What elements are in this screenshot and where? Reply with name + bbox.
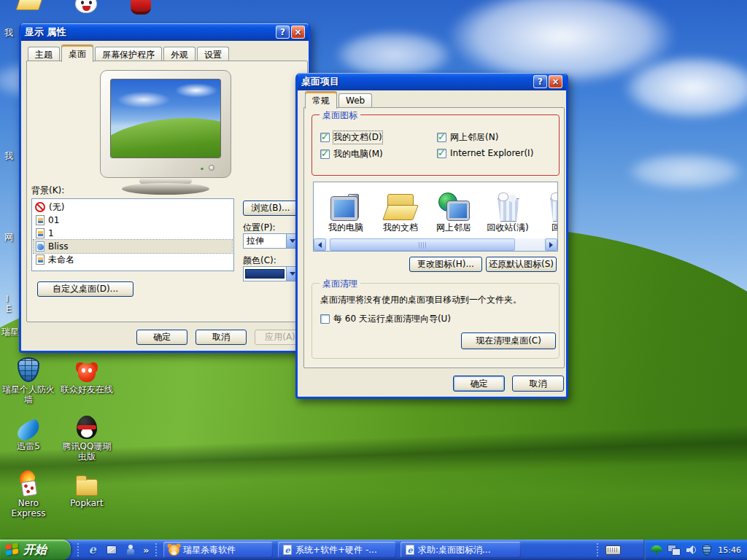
taskbar-button-rising-antivirus[interactable]: 瑞星杀毒软件 bbox=[163, 542, 273, 558]
ok-button[interactable]: 确定 bbox=[453, 376, 505, 392]
tab-desktop[interactable]: 桌面 bbox=[61, 44, 93, 62]
desktop-icon-partial-rabbit[interactable] bbox=[75, 0, 97, 13]
checkbox-icon[interactable] bbox=[320, 149, 330, 159]
checkbox-icon[interactable] bbox=[437, 133, 446, 142]
tab-screensaver[interactable]: 屏幕保护程序 bbox=[95, 47, 162, 61]
desktop-icon-rising-firewall[interactable]: 瑞星个人防火墙 bbox=[0, 353, 57, 405]
partial-icon-label[interactable]: 我 bbox=[4, 150, 13, 163]
position-combobox[interactable]: 拉伸 bbox=[243, 233, 298, 249]
cancel-button[interactable]: 取消 bbox=[196, 330, 247, 345]
checkbox-label: 每 60 天运行桌面清理向导(U) bbox=[333, 313, 451, 325]
strip-icon-network-places[interactable]: 网上邻居 bbox=[427, 187, 480, 234]
desktop-icon-partial-folder[interactable] bbox=[18, 0, 41, 10]
desktop-icon-thunder[interactable]: 迅雷5 bbox=[0, 410, 57, 451]
partial-icon-label[interactable]: I bbox=[6, 294, 9, 304]
list-item-label: 未命名 bbox=[48, 254, 74, 266]
restore-default-button[interactable]: 还原默认图标(S) bbox=[486, 257, 557, 272]
help-button[interactable]: ? bbox=[533, 75, 547, 88]
checkbox-row-cleanup-wizard[interactable]: 每 60 天运行桌面清理向导(U) bbox=[320, 313, 451, 325]
checkbox-icon[interactable] bbox=[320, 314, 330, 324]
messenger-icon[interactable] bbox=[124, 544, 136, 556]
color-combobox[interactable] bbox=[243, 266, 298, 281]
cancel-button[interactable]: 取消 bbox=[512, 376, 564, 392]
strip-icon-my-computer[interactable]: 我的电脑 bbox=[320, 187, 372, 234]
system-tray: 15:46 bbox=[643, 540, 747, 560]
ok-button[interactable]: 确定 bbox=[136, 330, 187, 345]
customize-desktop-button[interactable]: 自定义桌面(D)... bbox=[37, 281, 133, 297]
desktop-icon-partial-character[interactable] bbox=[131, 0, 151, 15]
list-item-selected[interactable]: Bliss bbox=[34, 240, 232, 253]
tab-appearance[interactable]: 外观 bbox=[163, 47, 196, 61]
tab-settings[interactable]: 设置 bbox=[197, 47, 229, 61]
desktop-icon-popkart[interactable]: Popkart bbox=[58, 467, 115, 508]
tab-web[interactable]: Web bbox=[338, 93, 372, 108]
rising-lion-icon bbox=[169, 545, 179, 556]
quick-launch-overflow-chevron[interactable]: » bbox=[143, 545, 149, 556]
input-method-keyboard-icon[interactable] bbox=[605, 545, 621, 555]
scroll-right-button[interactable] bbox=[545, 238, 557, 251]
list-item[interactable]: (无) bbox=[34, 201, 232, 214]
none-symbol-icon bbox=[35, 202, 45, 212]
desktop-items-dialog: 桌面项目 ? × 常规 Web 桌面图标 我的文档(D) 我的电脑(M) 网上邻… bbox=[295, 73, 568, 399]
volume-icon[interactable] bbox=[686, 544, 697, 556]
desktop-items-titlebar[interactable]: 桌面项目 ? × bbox=[298, 73, 566, 90]
checkbox-label: 我的文档(D) bbox=[333, 131, 382, 144]
clean-desktop-now-button[interactable]: 现在清理桌面(C) bbox=[461, 332, 556, 349]
start-button[interactable]: 开始 bbox=[0, 540, 71, 560]
group-title: 桌面图标 bbox=[320, 109, 360, 122]
desktop-icon-nero[interactable]: Nero Express bbox=[0, 467, 57, 518]
checkbox-row-network-places[interactable]: 网上邻居(N) bbox=[437, 131, 498, 144]
taskbar-button-label: 求助:桌面图标消... bbox=[418, 544, 491, 556]
partial-icon-label[interactable]: 我 bbox=[4, 27, 13, 39]
background-listbox[interactable]: (无) 01 1 Bliss 未命名 bbox=[31, 198, 234, 271]
list-item[interactable]: 1 bbox=[34, 227, 232, 240]
tab-general[interactable]: 常规 bbox=[305, 91, 337, 109]
taskbar: 开始 e » 瑞星杀毒软件 e 系统+软件+硬件 -... e 求助:桌面图标消… bbox=[0, 540, 747, 560]
list-item[interactable]: 未命名 bbox=[34, 253, 232, 266]
partial-icon-label[interactable]: 网 bbox=[4, 231, 13, 244]
network-status-icon[interactable] bbox=[667, 544, 681, 556]
display-dialog-titlebar[interactable]: 显示 属性 ? × bbox=[21, 23, 309, 41]
strip-icon-label: 我的文档 bbox=[374, 222, 427, 234]
bliss-image-icon bbox=[36, 241, 44, 252]
scrollbar-thumb[interactable] bbox=[330, 238, 515, 251]
list-item-label: Bliss bbox=[48, 241, 68, 252]
checkbox-icon[interactable] bbox=[320, 133, 330, 142]
strip-icon-label: 回收 bbox=[534, 222, 558, 234]
strip-icon-my-documents[interactable]: 我的文档 bbox=[374, 187, 427, 234]
dialog-title: 显示 属性 bbox=[25, 26, 66, 39]
icon-label: 迅雷5 bbox=[0, 441, 57, 451]
rabbit-icon bbox=[75, 0, 97, 13]
checkbox-row-my-documents[interactable]: 我的文档(D) bbox=[320, 131, 382, 144]
show-desktop-icon[interactable] bbox=[105, 544, 117, 556]
partial-icon-label[interactable]: E bbox=[6, 304, 12, 314]
checkbox-row-internet-explorer[interactable]: Internet Explorer(I) bbox=[437, 148, 533, 158]
close-button[interactable]: × bbox=[291, 26, 305, 39]
rising-umbrella-icon[interactable] bbox=[651, 545, 662, 556]
list-item[interactable]: 01 bbox=[34, 214, 232, 227]
network-places-icon bbox=[438, 192, 469, 220]
internet-explorer-icon[interactable]: e bbox=[86, 544, 98, 556]
checkbox-row-my-computer[interactable]: 我的电脑(M) bbox=[320, 148, 383, 160]
scroll-left-button[interactable] bbox=[314, 238, 326, 251]
taskbar-button-help-desktop-icons[interactable]: e 求助:桌面图标消... bbox=[400, 542, 521, 558]
display-properties-dialog: 显示 属性 ? × 主题 桌面 屏幕保护程序 外观 设置 背景(K): (无) bbox=[19, 23, 311, 353]
checkbox-icon[interactable] bbox=[437, 149, 446, 158]
close-button[interactable]: × bbox=[549, 75, 562, 88]
desktop-icon-lianzhong[interactable]: 联众好友在线 bbox=[58, 353, 115, 394]
desktop-icon-qq[interactable]: 腾讯QQ珊瑚虫版 bbox=[58, 410, 115, 462]
partial-icon-label[interactable]: 瑞星 bbox=[1, 326, 19, 338]
taskbar-button-system-software[interactable]: e 系统+软件+硬件 -... bbox=[278, 542, 396, 558]
browse-button[interactable]: 浏览(B)... bbox=[243, 201, 298, 216]
recycle-bin-full-icon bbox=[495, 192, 520, 220]
tab-themes[interactable]: 主题 bbox=[28, 47, 60, 61]
firewall-tray-icon[interactable] bbox=[703, 545, 711, 556]
strip-icon-recycle-full[interactable]: 回收站(满) bbox=[481, 187, 534, 234]
horizontal-scrollbar[interactable] bbox=[314, 238, 557, 251]
checkbox-label: 我的电脑(M) bbox=[333, 148, 383, 160]
help-button[interactable]: ? bbox=[276, 26, 290, 39]
change-icon-button[interactable]: 更改图标(H)... bbox=[409, 257, 482, 272]
strip-icon-label: 回收站(满) bbox=[481, 222, 534, 234]
position-label: 位置(P): bbox=[243, 222, 276, 234]
strip-icon-recycle-partial[interactable]: 回收 bbox=[534, 187, 558, 234]
